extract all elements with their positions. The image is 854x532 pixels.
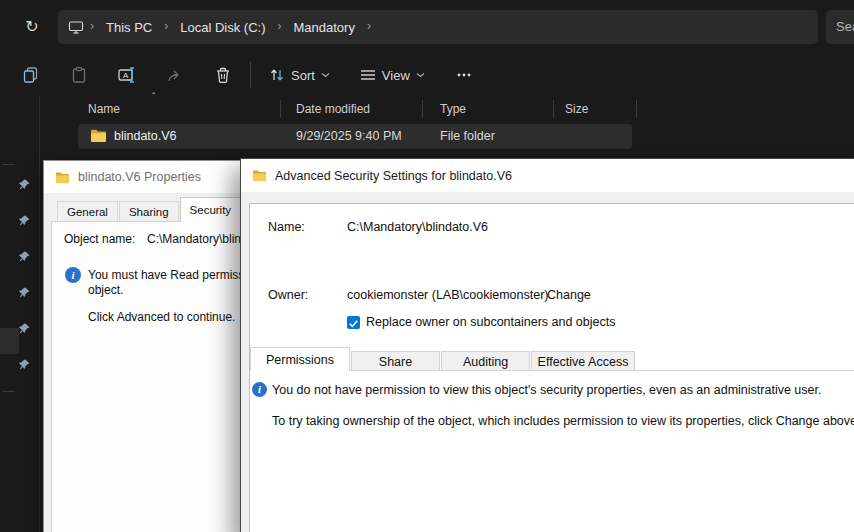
tab-page-border: [350, 370, 854, 371]
sort-label: Sort: [291, 68, 315, 83]
view-icon: [360, 68, 376, 82]
tab-effective-access[interactable]: Effective Access: [531, 351, 635, 371]
trash-icon: [214, 66, 232, 84]
address-bar-row: ↻ › This PC › Local Disk (C:) › Mandator…: [0, 0, 854, 54]
click-advanced-hint: Click Advanced to continue.: [88, 310, 235, 324]
tab-sharing[interactable]: Sharing: [119, 201, 179, 222]
rename-button[interactable]: A: [110, 60, 144, 90]
owner-label: Owner:: [268, 288, 308, 302]
properties-dialog-title: blindato.V6 Properties: [78, 170, 201, 184]
search-input[interactable]: Search: [826, 10, 854, 44]
info-icon: i: [252, 382, 267, 397]
refresh-icon[interactable]: ↻: [22, 17, 42, 37]
file-type: File folder: [440, 129, 495, 143]
object-name-label: Object name:: [64, 232, 135, 246]
chevron-down-icon: [321, 72, 330, 78]
more-icon: [455, 66, 473, 84]
tab-auditing[interactable]: Auditing: [441, 351, 530, 371]
replace-owner-label: Replace owner on subcontainers and objec…: [366, 315, 615, 329]
tab-general[interactable]: General: [57, 201, 118, 222]
share-button[interactable]: [158, 60, 192, 90]
name-value: C:\Mandatory\blindato.V6: [347, 220, 488, 234]
nav-divider: [3, 164, 15, 165]
tab-permissions[interactable]: Permissions: [250, 347, 350, 371]
see-more-button[interactable]: [447, 60, 481, 90]
screen: ↻ › This PC › Local Disk (C:) › Mandator…: [0, 0, 854, 532]
advanced-dialog-panel: Name: C:\Mandatory\blindato.V6 Owner: co…: [249, 203, 854, 532]
advanced-tabs: Permissions Share Auditing Effective Acc…: [250, 347, 636, 371]
pin-icon[interactable]: [18, 321, 31, 334]
rename-icon: A: [117, 66, 137, 84]
copy-icon: [22, 66, 40, 84]
svg-text:A: A: [123, 71, 129, 80]
advanced-dialog-title: Advanced Security Settings for blindato.…: [275, 169, 512, 183]
this-pc-icon: [68, 20, 84, 35]
folder-icon: [90, 128, 107, 147]
column-header-type[interactable]: Type: [440, 102, 466, 116]
breadcrumb-chevron-icon: ›: [160, 19, 172, 33]
breadcrumb-local-disk-c[interactable]: Local Disk (C:): [172, 17, 273, 38]
advanced-dialog-titlebar: Advanced Security Settings for blindato.…: [241, 159, 854, 192]
navigation-pane: [0, 96, 40, 532]
nav-divider: [3, 391, 15, 392]
pane-splitter[interactable]: [39, 96, 40, 532]
breadcrumb-this-pc[interactable]: This PC: [98, 17, 160, 38]
file-name: blindato.V6: [114, 129, 177, 143]
breadcrumb-chevron-icon: ›: [363, 19, 375, 33]
command-toolbar: A Sort View: [0, 54, 854, 96]
folder-icon: [55, 171, 70, 184]
info-icon: i: [65, 267, 81, 283]
name-label: Name:: [268, 220, 305, 234]
column-header-row: ˆ Name Date modified Type Size: [0, 98, 854, 122]
copy-button[interactable]: [14, 60, 48, 90]
change-owner-link[interactable]: Change: [547, 288, 591, 302]
breadcrumb-chevron-icon: ›: [86, 19, 98, 33]
sort-icon: [269, 67, 285, 83]
tab-security[interactable]: Security: [180, 197, 242, 222]
sort-ascending-icon: ˆ: [152, 92, 155, 103]
paste-button[interactable]: [62, 60, 96, 90]
tab-share[interactable]: Share: [351, 351, 440, 371]
pin-icon[interactable]: [18, 285, 31, 298]
file-date-modified: 9/29/2025 9:40 PM: [296, 129, 402, 143]
folder-icon: [252, 169, 267, 182]
pin-icon[interactable]: [18, 213, 31, 226]
owner-value: cookiemonster (LAB\cookiemonster): [347, 288, 548, 302]
column-divider[interactable]: [422, 100, 423, 118]
column-header-date-modified[interactable]: Date modified: [296, 102, 370, 116]
read-permissions-text-line2: object.: [88, 283, 123, 297]
pin-icon[interactable]: [18, 249, 31, 262]
pin-icon[interactable]: [18, 177, 31, 190]
column-header-size[interactable]: Size: [565, 102, 588, 116]
share-icon: [166, 66, 184, 84]
no-permission-text: You do not have permission to view this …: [272, 383, 821, 397]
breadcrumb-chevron-icon: ›: [273, 19, 285, 33]
column-header-name[interactable]: Name: [88, 102, 120, 116]
replace-owner-checkbox[interactable]: [347, 316, 360, 329]
delete-button[interactable]: [206, 60, 240, 90]
checkmark-icon: [347, 317, 360, 330]
advanced-security-dialog: Advanced Security Settings for blindato.…: [240, 158, 854, 532]
pin-icon[interactable]: [18, 357, 31, 370]
breadcrumb-mandatory[interactable]: Mandatory: [285, 17, 362, 38]
column-divider[interactable]: [636, 100, 637, 118]
address-bar[interactable]: › This PC › Local Disk (C:) › Mandatory …: [58, 10, 818, 44]
paste-icon: [70, 66, 88, 84]
take-ownership-text: To try taking ownership of the object, w…: [272, 414, 854, 428]
column-divider[interactable]: [553, 100, 554, 118]
chevron-down-icon: [416, 72, 425, 78]
column-divider[interactable]: [280, 100, 281, 118]
nav-selected-item[interactable]: [0, 328, 19, 354]
toolbar-divider: [250, 62, 251, 88]
sort-button[interactable]: Sort: [261, 63, 338, 87]
file-row-blindato-v6[interactable]: blindato.V6 9/29/2025 9:40 PM File folde…: [78, 124, 632, 149]
view-label: View: [382, 68, 410, 83]
view-button[interactable]: View: [352, 64, 433, 87]
